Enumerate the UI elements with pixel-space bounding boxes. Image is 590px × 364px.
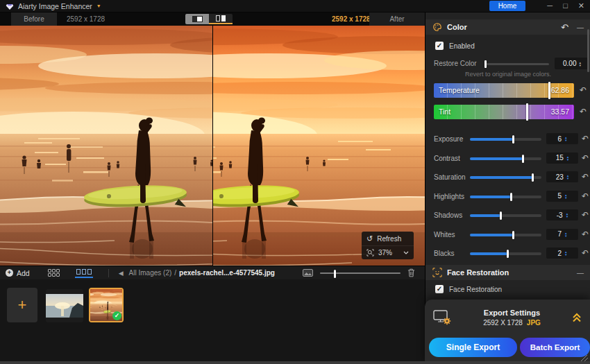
- before-image[interactable]: [0, 26, 212, 266]
- thumbnail-item[interactable]: [46, 289, 83, 322]
- chevron-down-icon[interactable]: ▼: [96, 3, 101, 8]
- face-restoration-checkbox-row[interactable]: ✓ Face Restoration: [435, 285, 502, 293]
- collapse-icon[interactable]: —: [577, 24, 584, 31]
- minimize-button[interactable]: ─: [547, 1, 553, 11]
- thumbnail-item-selected[interactable]: ✓: [89, 288, 124, 322]
- slider-track[interactable]: [470, 157, 541, 160]
- reset-icon[interactable]: ↶: [580, 85, 589, 95]
- slider-row-exposure: Exposure6▴▾↶: [425, 133, 590, 145]
- slider-handle[interactable]: [512, 135, 514, 144]
- tab-before[interactable]: Before: [11, 12, 57, 26]
- thumbnail-size-slider[interactable]: [320, 272, 401, 274]
- slider-value-box[interactable]: 15▴▾: [546, 153, 578, 164]
- export-settings-title: Export Settings: [452, 309, 572, 317]
- spinner-icon[interactable]: ▴▾: [579, 61, 581, 67]
- stepper-icon[interactable]: ▴▾: [565, 250, 567, 256]
- export-settings-header[interactable]: Export Settings 2592 X 1728JPG: [425, 300, 590, 336]
- temperature-value: 62.86: [551, 86, 569, 94]
- slider-value-box[interactable]: 23▴▾: [546, 171, 578, 182]
- slider-value: 5: [557, 192, 562, 200]
- trash-icon[interactable]: [407, 268, 415, 277]
- reset-icon[interactable]: ↶: [582, 153, 589, 163]
- slider-value-box[interactable]: 6▴▾: [546, 133, 578, 144]
- slider-track[interactable]: [470, 176, 541, 179]
- slider-label: Saturation: [434, 173, 466, 181]
- checkbox-checked-icon[interactable]: ✓: [435, 285, 444, 293]
- slider-value-box[interactable]: 7▴▾: [546, 229, 578, 240]
- temperature-slider[interactable]: Temperature 62.86: [434, 83, 574, 98]
- slider-handle[interactable]: [512, 231, 514, 239]
- collapse-icon[interactable]: —: [577, 269, 584, 277]
- slider-track[interactable]: [470, 252, 541, 255]
- zoom-control[interactable]: 37%: [362, 245, 414, 259]
- slider-label: Blacks: [434, 250, 454, 257]
- after-image[interactable]: [213, 26, 425, 266]
- reset-icon[interactable]: ↶: [582, 191, 589, 201]
- stepper-icon[interactable]: ▴▾: [567, 174, 569, 180]
- checkbox-checked-icon[interactable]: ✓: [435, 42, 444, 50]
- slider-handle[interactable]: [484, 60, 487, 68]
- reset-icon[interactable]: ↶: [580, 107, 589, 116]
- refresh-button[interactable]: ↺ Refresh: [362, 232, 414, 245]
- reset-icon[interactable]: ↶: [582, 210, 589, 220]
- slider-handle[interactable]: [334, 270, 336, 278]
- maximize-button[interactable]: □: [563, 1, 568, 11]
- stepper-icon[interactable]: ▴▾: [565, 232, 567, 237]
- restore-color-value[interactable]: 0.00 ▴▾: [555, 58, 589, 69]
- filmstrip-view-button[interactable]: [75, 268, 93, 278]
- slider-handle[interactable]: [526, 103, 528, 121]
- add-button[interactable]: + Add: [6, 269, 30, 277]
- tab-after[interactable]: After: [369, 12, 425, 26]
- face-section-header[interactable]: Face Restoration —: [425, 265, 590, 280]
- restore-color-slider[interactable]: [485, 63, 549, 65]
- slider-track[interactable]: [470, 196, 541, 198]
- slider-handle[interactable]: [548, 82, 550, 99]
- side-by-side-view-button[interactable]: [209, 14, 233, 24]
- batch-export-button[interactable]: Batch Export: [520, 338, 590, 357]
- slider-value-box[interactable]: 5▴▾: [546, 191, 578, 202]
- single-export-button[interactable]: Single Export: [429, 338, 517, 357]
- slider-value: 2: [557, 250, 562, 257]
- enabled-checkbox-row[interactable]: ✓ Enabled: [435, 42, 475, 50]
- close-button[interactable]: ✕: [578, 1, 584, 11]
- reset-icon[interactable]: ↶: [582, 134, 589, 144]
- breadcrumb-separator: /: [174, 269, 176, 277]
- stepper-icon[interactable]: ▴▾: [565, 193, 567, 199]
- home-button[interactable]: Home: [489, 1, 526, 11]
- export-size: 2592 X 1728: [483, 319, 523, 327]
- slider-handle[interactable]: [500, 211, 502, 220]
- slider-track[interactable]: [470, 138, 541, 141]
- stepper-icon[interactable]: ▴▾: [566, 212, 568, 218]
- slider-value-box[interactable]: -3▴▾: [546, 209, 578, 220]
- stepper-icon[interactable]: ▴▾: [567, 155, 569, 161]
- refresh-icon: ↺: [366, 235, 373, 242]
- reset-icon[interactable]: ↶: [582, 172, 589, 182]
- slider-handle[interactable]: [507, 250, 509, 258]
- panel-scrollbar[interactable]: [587, 29, 589, 72]
- double-chevron-up-icon[interactable]: [572, 313, 582, 323]
- slider-value-box[interactable]: 2▴▾: [546, 248, 578, 259]
- face-section-title: Face Restoration: [447, 268, 509, 277]
- slider-handle[interactable]: [522, 155, 524, 163]
- slider-track[interactable]: [470, 214, 541, 217]
- view-bar: Before 2592 x 1728 2592 x 1728 After: [0, 12, 425, 26]
- tint-slider[interactable]: Tint 33.57: [434, 105, 574, 119]
- slider-handle[interactable]: [532, 173, 534, 182]
- face-restoration-icon: [432, 268, 442, 277]
- color-section-header[interactable]: Color ↶ —: [425, 19, 590, 35]
- split-view-button[interactable]: [185, 14, 209, 24]
- back-arrow-icon[interactable]: ◀: [119, 270, 124, 277]
- slider-track[interactable]: [470, 234, 541, 236]
- app-window: Aiarty Image Enhancer ▼ Home ─ □ ✕ Befor…: [0, 0, 590, 364]
- add-label: Add: [17, 269, 30, 277]
- image-viewer[interactable]: [0, 26, 425, 266]
- reset-icon[interactable]: ↶: [582, 248, 589, 258]
- undo-icon[interactable]: ↶: [561, 22, 568, 33]
- reset-icon[interactable]: ↶: [582, 229, 589, 239]
- add-image-tile[interactable]: +: [7, 288, 37, 322]
- breadcrumb[interactable]: All Images (2): [129, 269, 172, 277]
- slider-value: 15: [556, 154, 564, 162]
- slider-handle[interactable]: [510, 193, 512, 201]
- grid-view-button[interactable]: [48, 269, 60, 277]
- stepper-icon[interactable]: ▴▾: [565, 136, 567, 141]
